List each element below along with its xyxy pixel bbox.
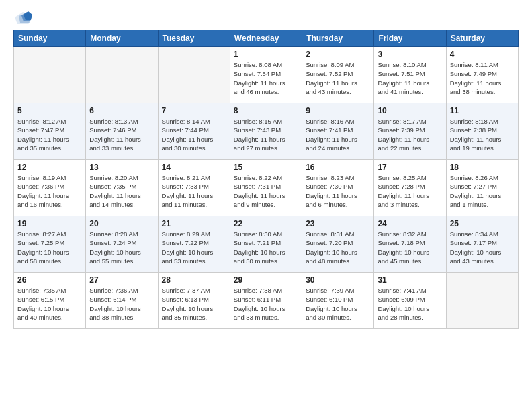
day-number: 22 [234,219,298,228]
day-number: 17 [378,163,442,172]
cell-info-line: Daylight: 10 hours [306,304,370,313]
calendar-cell: 3Sunrise: 8:10 AMSunset: 7:51 PMDaylight… [374,47,446,103]
cell-info-line: Daylight: 10 hours [450,248,515,257]
cell-info-line: Daylight: 10 hours [89,248,154,257]
cell-info-line: Sunset: 6:10 PM [306,295,370,304]
calendar-cell: 22Sunrise: 8:30 AMSunset: 7:21 PMDayligh… [230,216,302,273]
calendar: SundayMondayTuesdayWednesdayThursdayFrid… [13,30,519,329]
cell-info-line: Sunset: 7:46 PM [89,126,154,134]
cell-info-line: and 38 minutes. [450,87,515,96]
cell-info-line: Sunrise: 8:14 AM [162,117,226,126]
cell-info-line: Daylight: 11 hours [17,191,82,200]
day-number: 27 [89,275,154,285]
cell-info-line: and 33 minutes. [89,144,154,152]
cell-info-line: Sunrise: 8:12 AM [17,117,82,126]
cell-info-line: Sunrise: 7:35 AM [17,286,82,295]
day-number: 20 [89,219,154,228]
day-number: 14 [162,163,226,172]
calendar-cell [14,47,86,103]
cell-info-line: Sunset: 6:14 PM [89,295,154,304]
cell-info-line: Daylight: 10 hours [162,248,226,257]
cell-info-line: Daylight: 10 hours [378,248,442,257]
calendar-week-4: 19Sunrise: 8:27 AMSunset: 7:25 PMDayligh… [14,216,519,273]
cell-info-line: and 6 minutes. [306,200,370,209]
day-number: 7 [162,106,226,116]
calendar-cell: 16Sunrise: 8:23 AMSunset: 7:30 PMDayligh… [302,160,374,216]
cell-info-line: Sunset: 7:47 PM [17,126,82,134]
cell-info-line: Daylight: 11 hours [306,135,370,144]
day-number: 5 [17,106,82,116]
calendar-cell: 1Sunrise: 8:08 AMSunset: 7:54 PMDaylight… [230,47,302,103]
day-number: 30 [306,275,370,285]
day-number: 26 [17,275,82,285]
cell-info-line: Sunset: 7:24 PM [89,238,154,247]
cell-info-line: and 27 minutes. [234,144,298,152]
cell-info-line: Sunset: 7:27 PM [450,182,515,191]
day-number: 16 [306,163,370,172]
day-number: 19 [17,219,82,228]
cell-info-line: Sunrise: 8:34 AM [450,230,515,238]
day-number: 1 [234,50,298,59]
calendar-cell: 31Sunrise: 7:41 AMSunset: 6:09 PMDayligh… [374,273,446,329]
cell-info-line: Sunset: 7:20 PM [306,238,370,247]
cell-info-line: Sunrise: 8:15 AM [234,117,298,126]
cell-info-line: Daylight: 11 hours [378,135,442,144]
cell-info-line: Sunrise: 8:11 AM [450,60,515,69]
day-number: 9 [306,106,370,116]
cell-info-line: and 43 minutes. [306,87,370,96]
day-number: 31 [378,275,442,285]
cell-info-line: Sunrise: 8:23 AM [306,173,370,182]
cell-info-line: Sunset: 6:13 PM [162,295,226,304]
cell-info-line: Sunset: 7:18 PM [378,238,442,247]
cell-info-line: Sunrise: 7:39 AM [306,286,370,295]
day-number: 3 [378,50,442,59]
cell-info-line: Daylight: 10 hours [234,248,298,257]
cell-info-line: Sunrise: 8:09 AM [306,60,370,69]
cell-info-line: and 55 minutes. [89,257,154,265]
calendar-cell [86,47,158,103]
cell-info-line: Daylight: 11 hours [378,79,442,87]
calendar-week-5: 26Sunrise: 7:35 AMSunset: 6:15 PMDayligh… [14,273,519,329]
cell-info-line: Sunrise: 7:36 AM [89,286,154,295]
cell-info-line: Sunrise: 8:32 AM [378,230,442,238]
cell-info-line: and 3 minutes. [378,200,442,209]
cell-info-line: Sunrise: 7:38 AM [234,286,298,295]
calendar-cell: 12Sunrise: 8:19 AMSunset: 7:36 PMDayligh… [14,160,86,216]
cell-info-line: and 28 minutes. [378,313,442,322]
calendar-cell: 11Sunrise: 8:18 AMSunset: 7:38 PMDayligh… [446,103,518,160]
cell-info-line: Daylight: 10 hours [17,304,82,313]
cell-info-line: and 19 minutes. [450,144,515,152]
cell-info-line: and 33 minutes. [234,313,298,322]
calendar-cell: 17Sunrise: 8:25 AMSunset: 7:28 PMDayligh… [374,160,446,216]
day-number: 29 [234,275,298,285]
cell-info-line: Sunrise: 8:19 AM [17,173,82,182]
cell-info-line: Sunset: 7:30 PM [306,182,370,191]
logo [13,11,35,26]
cell-info-line: Daylight: 10 hours [17,248,82,257]
cell-info-line: and 58 minutes. [17,257,82,265]
cell-info-line: Daylight: 11 hours [306,191,370,200]
cell-info-line: Sunrise: 8:29 AM [162,230,226,238]
cell-info-line: and 46 minutes. [234,87,298,96]
calendar-cell [446,273,518,329]
calendar-cell: 4Sunrise: 8:11 AMSunset: 7:49 PMDaylight… [446,47,518,103]
col-header-wednesday: Wednesday [230,30,302,47]
cell-info-line: and 35 minutes. [162,313,226,322]
col-header-thursday: Thursday [302,30,374,47]
cell-info-line: and 9 minutes. [234,200,298,209]
day-number: 10 [378,106,442,116]
page: SundayMondayTuesdayWednesdayThursdayFrid… [0,0,532,411]
calendar-week-2: 5Sunrise: 8:12 AMSunset: 7:47 PMDaylight… [14,103,519,160]
cell-info-line: Daylight: 11 hours [234,135,298,144]
cell-info-line: Sunrise: 7:41 AM [378,286,442,295]
cell-info-line: Sunrise: 8:26 AM [450,173,515,182]
logo-icon [13,11,32,26]
cell-info-line: and 16 minutes. [17,200,82,209]
calendar-cell: 23Sunrise: 8:31 AMSunset: 7:20 PMDayligh… [302,216,374,273]
col-header-monday: Monday [86,30,158,47]
cell-info-line: Sunset: 7:22 PM [162,238,226,247]
day-number: 21 [162,219,226,228]
cell-info-line: Daylight: 11 hours [162,191,226,200]
day-number: 28 [162,275,226,285]
calendar-cell: 5Sunrise: 8:12 AMSunset: 7:47 PMDaylight… [14,103,86,160]
